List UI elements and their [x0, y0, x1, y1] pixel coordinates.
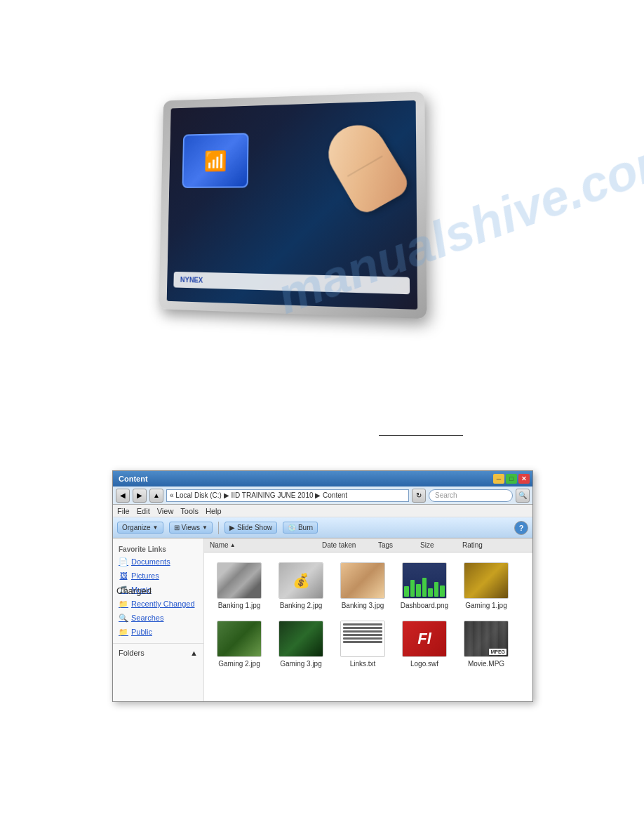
- file-thumb-logo: Fl: [402, 621, 447, 657]
- col-header-size[interactable]: Size: [417, 541, 459, 549]
- menu-file[interactable]: File: [117, 507, 130, 515]
- close-button[interactable]: ✕: [518, 474, 530, 484]
- txt-line6: [343, 641, 382, 643]
- col-header-tags[interactable]: Tags: [375, 541, 417, 549]
- file-item-gaming3[interactable]: Gaming 3.jpg: [273, 618, 329, 670]
- thumb-banking2-img: 💰: [279, 563, 323, 598]
- file-name-banking2: Banking 2.jpg: [280, 602, 323, 609]
- menu-view[interactable]: View: [157, 507, 174, 515]
- views-icon: ⊞: [174, 524, 180, 531]
- file-name-links: Links.txt: [350, 660, 376, 668]
- col-header-date[interactable]: Date taken: [319, 541, 375, 549]
- recently-changed-icon: 📁: [119, 599, 128, 609]
- txt-line4: [343, 634, 382, 636]
- search-button[interactable]: 🔍: [516, 489, 530, 503]
- slideshow-label: Slide Show: [237, 524, 272, 531]
- menu-tools[interactable]: Tools: [180, 507, 199, 515]
- file-thumb-banking3: [340, 562, 385, 599]
- file-item-movie[interactable]: MPEG Movie.MPG: [458, 618, 514, 670]
- file-item-gaming2[interactable]: Gaming 2.jpg: [211, 618, 267, 670]
- forward-button[interactable]: ▶: [133, 489, 147, 503]
- burn-button[interactable]: 💿 Burn: [283, 522, 318, 534]
- file-thumb-gaming3: [279, 621, 323, 657]
- file-name-gaming1: Gaming 1.jpg: [465, 602, 507, 609]
- sidebar-folders: Folders ▲: [113, 643, 203, 659]
- monitor-bezel: 📶 NYNEX: [167, 100, 417, 310]
- divider-line: [379, 435, 463, 436]
- file-item-logo[interactable]: Fl Logo.swf: [396, 618, 452, 670]
- sidebar-item-pictures[interactable]: 🖼 Pictures: [113, 569, 203, 583]
- file-item-banking2[interactable]: 💰 Banking 2.jpg: [273, 560, 329, 612]
- col-header-rating[interactable]: Rating: [459, 541, 516, 549]
- burn-label: Burn: [298, 524, 313, 531]
- col-rating-label: Rating: [462, 541, 483, 549]
- bar1: [404, 586, 409, 597]
- up-button[interactable]: ▲: [149, 489, 163, 503]
- explorer-window: Content ─ □ ✕ ◀ ▶ ▲ « Local Disk (C:) ▶ …: [112, 470, 533, 702]
- file-item-banking1[interactable]: Banking 1.jpg: [211, 560, 267, 612]
- documents-label: Documents: [131, 557, 170, 566]
- txt-line1: [343, 623, 382, 626]
- file-item-banking3[interactable]: Banking 3.jpg: [335, 560, 391, 612]
- files-grid: Banking 1.jpg 💰 Banking 2.jpg: [204, 552, 532, 677]
- menu-help[interactable]: Help: [206, 507, 222, 515]
- file-item-links[interactable]: Links.txt: [335, 618, 391, 670]
- address-path[interactable]: « Local Disk (C:) ▶ IID TRAINING JUNE 20…: [166, 489, 409, 502]
- organize-button[interactable]: Organize ▼: [117, 522, 163, 534]
- thumb-swf-img: Fl: [403, 621, 446, 656]
- dashboard-bars: [404, 576, 445, 597]
- views-arrow: ▼: [202, 524, 208, 531]
- column-headers: Name ▲ Date taken Tags Size Rating: [204, 538, 532, 552]
- bar6: [434, 582, 439, 597]
- pictures-label: Pictures: [131, 571, 159, 580]
- folders-chevron: ▲: [190, 649, 198, 657]
- slideshow-button[interactable]: ▶ Slide Show: [224, 522, 277, 534]
- toolbar: Organize ▼ ⊞ Views ▼ ▶ Slide Show 💿 Burn…: [113, 517, 532, 538]
- folders-toggle[interactable]: Folders ▲: [113, 647, 203, 659]
- file-name-dashboard: Dashboard.png: [401, 602, 448, 609]
- txt-line3: [343, 630, 382, 633]
- menu-edit[interactable]: Edit: [137, 507, 150, 515]
- bar7: [440, 585, 445, 597]
- col-size-label: Size: [420, 541, 434, 549]
- sidebar-item-searches[interactable]: 🔍 Searches: [113, 611, 203, 625]
- burn-icon: 💿: [288, 524, 296, 531]
- sidebar: Favorite Links 📄 Documents 🖼 Pictures 🎵 …: [113, 538, 204, 701]
- back-button[interactable]: ◀: [116, 489, 130, 503]
- refresh-button[interactable]: ↻: [412, 489, 426, 503]
- thumb-links-img: [341, 621, 384, 656]
- sidebar-item-recently-changed[interactable]: 📁 Recently Changed: [113, 597, 203, 611]
- menu-bar: File Edit View Tools Help: [113, 505, 532, 517]
- search-box[interactable]: Search: [429, 489, 513, 502]
- col-tags-label: Tags: [378, 541, 393, 549]
- sidebar-item-public[interactable]: 📁 Public: [113, 625, 203, 639]
- content-area: Name ▲ Date taken Tags Size Rating: [204, 538, 532, 701]
- help-button[interactable]: ?: [514, 521, 528, 535]
- explorer-body: Favorite Links 📄 Documents 🖼 Pictures 🎵 …: [113, 538, 532, 701]
- finger-knuckle: [347, 155, 383, 177]
- nynex-area: NYNEX: [173, 272, 410, 294]
- minimize-button[interactable]: ─: [493, 474, 504, 484]
- monitor-outer: 📶 NYNEX: [159, 91, 427, 319]
- col-header-name[interactable]: Name ▲: [207, 541, 319, 549]
- bar5: [428, 588, 433, 597]
- thumb-banking1-img: [217, 563, 261, 598]
- file-item-dashboard[interactable]: Dashboard.png: [396, 560, 452, 612]
- col-date-label: Date taken: [322, 541, 356, 549]
- file-name-banking1: Banking 1.jpg: [218, 602, 261, 609]
- title-bar-text: Content: [116, 475, 148, 483]
- file-thumb-movie: MPEG: [464, 621, 509, 657]
- thumb-banking3-img: [341, 563, 384, 598]
- txt-line5: [343, 637, 382, 640]
- recently-changed-label: Recently Changed: [131, 600, 195, 608]
- views-button[interactable]: ⊞ Views ▼: [169, 522, 213, 534]
- file-thumb-links: [340, 621, 385, 657]
- address-bar: ◀ ▶ ▲ « Local Disk (C:) ▶ IID TRAINING J…: [113, 486, 532, 505]
- file-thumb-gaming2: [217, 621, 262, 657]
- txt-line2: [343, 627, 382, 629]
- maximize-button[interactable]: □: [506, 474, 517, 484]
- finger-shape: [318, 114, 412, 217]
- sidebar-item-documents[interactable]: 📄 Documents: [113, 555, 203, 569]
- wifi-icon: 📶: [203, 150, 227, 172]
- file-item-gaming1[interactable]: Gaming 1.jpg: [458, 560, 514, 612]
